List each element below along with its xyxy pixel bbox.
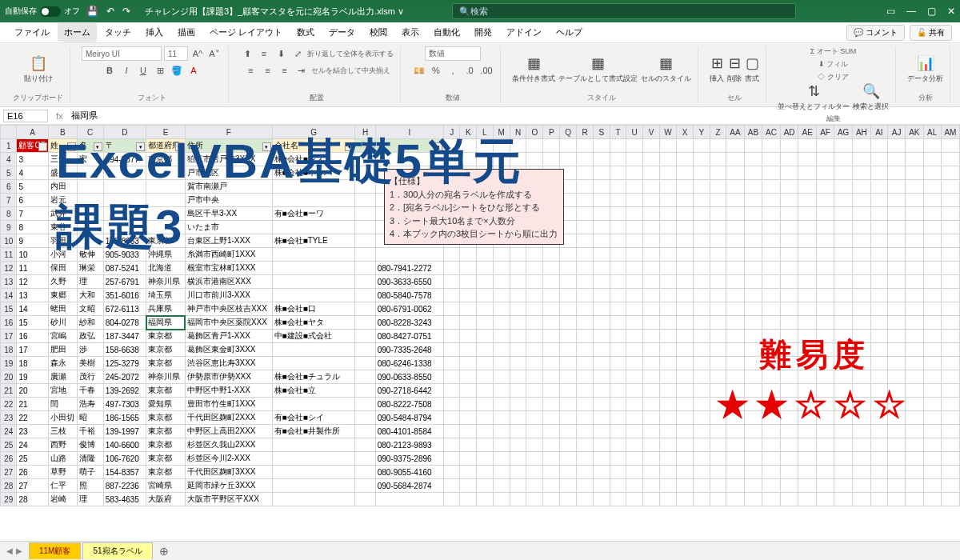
col-header[interactable]: AK (906, 126, 923, 139)
cell[interactable] (610, 466, 626, 479)
cell[interactable]: 中野区上高田2XXX (185, 425, 272, 438)
cell[interactable] (560, 438, 577, 452)
cell[interactable]: 080-7941-2272 (375, 262, 443, 275)
cell[interactable] (626, 493, 643, 506)
cell[interactable] (560, 425, 577, 438)
cell[interactable]: 672-6113 (103, 302, 146, 316)
cell[interactable] (560, 330, 577, 343)
cell[interactable] (834, 452, 853, 466)
cell[interactable] (798, 425, 816, 438)
cell[interactable] (888, 425, 906, 438)
cell[interactable] (355, 398, 375, 411)
tab-insert[interactable]: 挿入 (139, 23, 170, 42)
cell[interactable]: 大阪府 (146, 493, 186, 506)
cell[interactable] (906, 425, 923, 438)
cell[interactable] (643, 234, 660, 248)
cell[interactable] (659, 289, 676, 302)
cell[interactable] (834, 234, 853, 248)
cell[interactable] (710, 248, 726, 262)
cell[interactable] (677, 425, 694, 438)
cell[interactable] (477, 289, 493, 302)
cell[interactable]: 根室市宝林町1XXX (185, 262, 272, 275)
cell[interactable] (493, 262, 510, 275)
cell[interactable] (526, 262, 543, 275)
cell[interactable] (355, 330, 375, 343)
cell[interactable]: 千裕 (77, 425, 103, 438)
comma-icon[interactable]: , (446, 63, 460, 78)
cell[interactable] (798, 479, 816, 493)
cell[interactable] (560, 289, 577, 302)
cell[interactable] (941, 438, 959, 452)
cell[interactable] (834, 316, 853, 330)
tab-data[interactable]: データ (322, 23, 362, 42)
cell[interactable] (693, 234, 710, 248)
cell[interactable] (888, 289, 906, 302)
cell[interactable] (510, 452, 526, 466)
cell[interactable] (272, 221, 355, 234)
cell[interactable] (798, 180, 816, 194)
cell[interactable]: 廣瀬 (48, 370, 77, 384)
cell[interactable] (594, 248, 610, 262)
cell[interactable] (677, 452, 694, 466)
cell[interactable] (610, 398, 626, 411)
cell[interactable] (744, 275, 762, 289)
cell[interactable]: 21 (17, 398, 48, 411)
cell[interactable]: 葛飾区青戸1-XXX (185, 330, 272, 343)
cell[interactable]: 3 (17, 153, 48, 166)
cell[interactable] (726, 262, 744, 275)
cell[interactable] (798, 275, 816, 289)
cell[interactable] (762, 248, 781, 262)
cell[interactable]: 千代田区麹町2XXX (185, 411, 272, 425)
cell[interactable]: 080-9055-4160 (375, 466, 443, 479)
cell[interactable] (853, 153, 871, 166)
cell[interactable]: 伊勢原市伊勢XXX (185, 370, 272, 384)
cell[interactable]: 紗和 (77, 316, 103, 330)
cell[interactable] (594, 221, 610, 234)
cell[interactable] (526, 357, 543, 370)
cell[interactable] (677, 248, 694, 262)
cell[interactable] (941, 302, 959, 316)
cell[interactable] (594, 194, 610, 207)
cell[interactable] (693, 166, 710, 180)
cell[interactable] (923, 466, 941, 479)
cell[interactable] (798, 316, 816, 330)
cell[interactable] (726, 166, 744, 180)
cell[interactable] (726, 248, 744, 262)
cell[interactable]: 139-1997 (103, 425, 146, 438)
filter-dropdown-icon[interactable]: ▾ (38, 142, 47, 151)
cell[interactable] (444, 248, 460, 262)
cell[interactable]: 27 (17, 479, 48, 493)
cell[interactable] (923, 153, 941, 166)
cell[interactable]: 宮嶋 (48, 330, 77, 343)
cell[interactable]: 351-6016 (103, 289, 146, 302)
cell[interactable] (577, 343, 594, 357)
cell[interactable] (272, 466, 355, 479)
cell[interactable]: 豊田市竹生町1XXX (185, 398, 272, 411)
cell[interactable] (526, 384, 543, 398)
cell[interactable] (526, 302, 543, 316)
cell[interactable]: 106-7620 (103, 452, 146, 466)
cell[interactable] (941, 452, 959, 466)
cell[interactable] (726, 316, 744, 330)
cell[interactable] (941, 194, 959, 207)
cell[interactable] (834, 302, 853, 316)
cell[interactable]: 080-5840-7578 (375, 289, 443, 302)
cell[interactable]: 12 (17, 275, 48, 289)
cell[interactable] (526, 398, 543, 411)
cell[interactable] (460, 438, 477, 452)
cell[interactable] (762, 180, 781, 194)
cell[interactable] (923, 275, 941, 289)
cell[interactable] (659, 248, 676, 262)
cell[interactable] (710, 221, 726, 234)
cell[interactable] (643, 248, 660, 262)
cell[interactable]: 株■会社■TYLE (272, 234, 355, 248)
cell[interactable] (610, 316, 626, 330)
cell[interactable] (510, 466, 526, 479)
col-header[interactable]: AB (744, 126, 762, 139)
cell[interactable] (272, 275, 355, 289)
cell[interactable]: 東京都 (146, 438, 186, 452)
cell[interactable] (460, 384, 477, 398)
cell[interactable] (610, 357, 626, 370)
cell[interactable] (460, 330, 477, 343)
autosave-toggle[interactable]: 自動保存 オフ (5, 6, 80, 17)
